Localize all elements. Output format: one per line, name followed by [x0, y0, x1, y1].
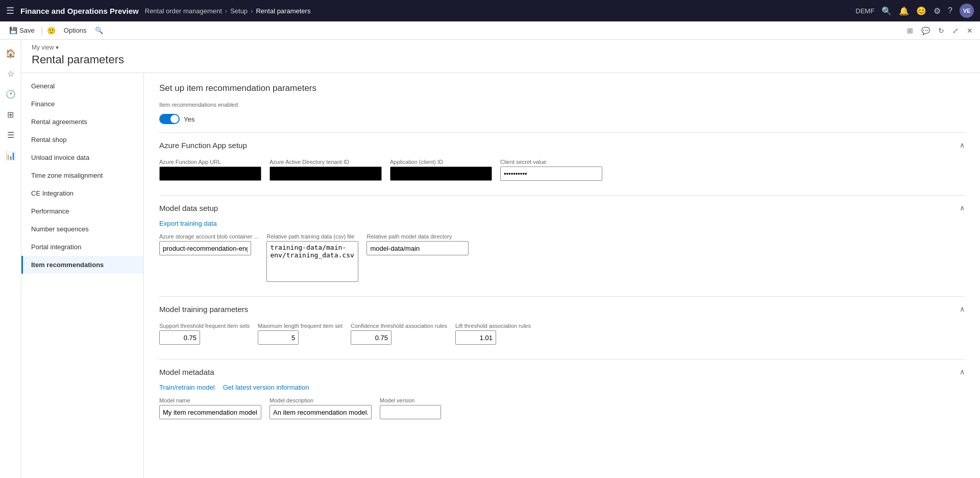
smiley-icon[interactable]: 🙂: [45, 25, 58, 37]
model-metadata-fields-row: Model name Model description Model versi…: [159, 397, 965, 419]
lift-threshold-input[interactable]: [455, 330, 496, 345]
azure-url-input[interactable]: [159, 166, 261, 181]
model-data-collapse-icon[interactable]: ∧: [960, 204, 965, 212]
max-length-input[interactable]: [258, 330, 299, 345]
training-data-label: Relative path training data (csv) file: [266, 233, 358, 240]
options-button[interactable]: Options: [60, 25, 91, 36]
avatar[interactable]: VE: [960, 4, 974, 18]
search-icon[interactable]: 🔍: [881, 6, 892, 16]
help-icon[interactable]: ?: [948, 6, 952, 15]
azure-tenant-label: Azure Active Directory tenant ID: [270, 159, 382, 165]
my-view-button[interactable]: My view ▾: [32, 44, 970, 51]
model-name-input[interactable]: [159, 405, 261, 419]
model-metadata-title: Model metadata: [159, 368, 214, 376]
export-training-data-link[interactable]: Export training data: [159, 220, 217, 227]
sidebar-item-rental-shop[interactable]: Rental shop: [21, 131, 143, 149]
azure-client-id-label: Application (client) ID: [390, 159, 492, 165]
model-data-dir-input[interactable]: [366, 241, 469, 255]
menu-icon[interactable]: ☰: [6, 5, 14, 16]
nav-home-icon[interactable]: 🏠: [2, 44, 20, 62]
azure-fields-row: Azure Function App URL Azure Active Dire…: [159, 159, 965, 181]
confidence-threshold-field: Confidence threshold association rules: [351, 323, 447, 345]
options-label: Options: [64, 27, 87, 34]
lift-threshold-field: Lift threshold association rules: [455, 323, 531, 345]
model-description-label: Model description: [270, 397, 372, 403]
breadcrumb-item-0[interactable]: Rental order management: [145, 7, 222, 15]
save-button[interactable]: 💾 Save: [5, 25, 39, 36]
sidebar-item-finance[interactable]: Finance: [21, 95, 143, 113]
support-threshold-field: Support threshold frequent item sets: [159, 323, 250, 345]
nav-list-icon[interactable]: ☰: [2, 126, 20, 144]
sidebar-item-unload-invoice[interactable]: Unload invoice data: [21, 149, 143, 166]
azure-secret-input[interactable]: [500, 166, 602, 181]
azure-section: Azure Function App setup ∧ Azure Functio…: [159, 132, 965, 195]
toolbar: 💾 Save | 🙂 Options ⊞ 💬 ↻ ⤢ ✕: [0, 21, 980, 40]
notification-icon[interactable]: 🔔: [899, 6, 909, 16]
nav-recent-icon[interactable]: 🕐: [2, 85, 20, 103]
sidebar-item-timezone[interactable]: Time zone misalignment: [21, 166, 143, 184]
model-training-collapse-icon[interactable]: ∧: [960, 305, 965, 313]
train-retrain-link[interactable]: Train/retrain model: [159, 384, 215, 391]
azure-collapse-icon[interactable]: ∧: [960, 141, 965, 149]
blob-container-label: Azure storage account blob container ...: [159, 233, 258, 240]
face-icon[interactable]: 😊: [916, 6, 926, 16]
azure-secret-field: Client secret value: [500, 159, 602, 181]
model-training-section: Model training parameters ∧ Support thre…: [159, 296, 965, 359]
my-view-label: My view: [32, 44, 54, 51]
settings-icon[interactable]: ⚙: [934, 6, 941, 16]
breadcrumb-item-1[interactable]: Setup: [230, 7, 248, 15]
form-inner: Set up item recommendation parameters It…: [144, 73, 980, 478]
app-title: Finance and Operations Preview: [20, 7, 139, 15]
confidence-threshold-label: Confidence threshold association rules: [351, 323, 447, 329]
model-training-title: Model training parameters: [159, 305, 248, 314]
toggle-yes-label: Yes: [184, 115, 194, 123]
azure-url-label: Azure Function App URL: [159, 159, 261, 165]
sidebar-item-item-recommendations[interactable]: Item recommendations: [21, 256, 143, 274]
page-header: My view ▾ Rental parameters: [21, 40, 980, 73]
model-data-dir-label: Relative path model data directory: [366, 233, 469, 240]
sidebar-item-number-sequences[interactable]: Number sequences: [21, 220, 143, 238]
latest-version-link[interactable]: Get latest version information: [223, 384, 309, 391]
sidebar-item-portal-integration[interactable]: Portal integration: [21, 238, 143, 256]
breadcrumb: Rental order management › Setup › Rental…: [145, 7, 311, 15]
model-version-label: Model version: [380, 397, 441, 403]
azure-client-id-field: Application (client) ID: [390, 159, 492, 181]
grid-icon[interactable]: ⊞: [905, 25, 915, 37]
training-data-input[interactable]: training-data/main-env/training_data.csv: [266, 241, 358, 282]
azure-tenant-input[interactable]: [270, 166, 382, 181]
app-layout: 🏠 ☆ 🕐 ⊞ ☰ 📊 My view ▾ Rental parameters …: [0, 40, 980, 478]
expand-icon[interactable]: ⤢: [950, 25, 961, 37]
support-threshold-input[interactable]: [159, 330, 200, 345]
chevron-down-icon: ▾: [56, 44, 59, 51]
sidebar-item-rental-agreements[interactable]: Rental agreements: [21, 113, 143, 131]
model-data-dir-field: Relative path model data directory: [366, 233, 469, 282]
save-label: Save: [19, 27, 35, 34]
azure-url-field: Azure Function App URL: [159, 159, 261, 181]
nav-star-icon[interactable]: ☆: [2, 64, 20, 83]
nav-report-icon[interactable]: 📊: [2, 146, 20, 164]
comment-icon[interactable]: 💬: [919, 25, 932, 37]
model-name-field: Model name: [159, 397, 261, 419]
close-icon[interactable]: ✕: [965, 25, 975, 37]
item-recommendations-toggle[interactable]: [159, 114, 180, 124]
form-area: Set up item recommendation parameters It…: [144, 73, 980, 478]
sidebar-item-general[interactable]: General: [21, 77, 143, 95]
breadcrumb-current: Rental parameters: [256, 7, 310, 15]
model-version-input[interactable]: [380, 405, 441, 419]
azure-client-id-input[interactable]: [390, 166, 492, 181]
refresh-icon[interactable]: ↻: [936, 25, 946, 37]
model-metadata-collapse-icon[interactable]: ∧: [960, 368, 965, 376]
confidence-threshold-input[interactable]: [351, 330, 391, 345]
model-training-fields-row: Support threshold frequent item sets Max…: [159, 323, 965, 345]
nav-grid-icon[interactable]: ⊞: [2, 105, 20, 124]
toolbar-search-input[interactable]: [95, 27, 181, 34]
training-data-field: Relative path training data (csv) file t…: [266, 233, 358, 282]
page-title: Rental parameters: [32, 53, 970, 66]
side-nav: General Finance Rental agreements Rental…: [21, 73, 144, 478]
sidebar-item-performance[interactable]: Performance: [21, 202, 143, 220]
sidebar-item-ce-integration[interactable]: CE Integration: [21, 184, 143, 202]
lift-threshold-label: Lift threshold association rules: [455, 323, 531, 329]
toolbar-divider: |: [41, 26, 43, 35]
model-description-input[interactable]: [270, 405, 372, 419]
blob-container-input[interactable]: [159, 241, 251, 255]
